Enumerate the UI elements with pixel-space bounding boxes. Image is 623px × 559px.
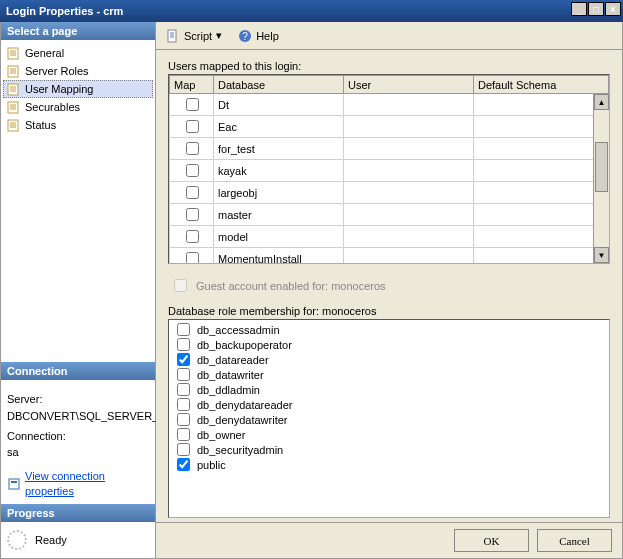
col-map[interactable]: Map — [170, 76, 214, 94]
map-checkbox[interactable] — [186, 230, 199, 243]
minimize-icon[interactable]: _ — [571, 2, 587, 16]
role-item[interactable]: public — [173, 457, 605, 472]
role-checkbox[interactable] — [177, 398, 190, 411]
map-checkbox[interactable] — [186, 142, 199, 155]
cell-schema — [474, 138, 609, 160]
role-label: db_ddladmin — [197, 384, 260, 396]
sidebar-item-securables[interactable]: Securables — [3, 98, 153, 116]
role-label: db_denydatawriter — [197, 414, 288, 426]
sidebar-item-status[interactable]: Status — [3, 116, 153, 134]
map-checkbox[interactable] — [186, 98, 199, 111]
cell-user — [344, 226, 474, 248]
map-checkbox[interactable] — [186, 164, 199, 177]
svg-text:?: ? — [242, 31, 248, 42]
server-label: Server: — [7, 392, 149, 406]
page-icon — [7, 100, 21, 114]
users-mapped-label: Users mapped to this login: — [168, 60, 610, 72]
guest-account-checkbox: Guest account enabled for: monoceros — [170, 276, 610, 295]
maximize-icon[interactable]: □ — [588, 2, 604, 16]
cell-schema — [474, 226, 609, 248]
cell-user — [344, 204, 474, 226]
role-checkbox[interactable] — [177, 368, 190, 381]
role-checkbox[interactable] — [177, 353, 190, 366]
col-database[interactable]: Database — [214, 76, 344, 94]
view-connection-properties-link[interactable]: View connection properties — [7, 469, 149, 498]
map-checkbox[interactable] — [186, 186, 199, 199]
role-item[interactable]: db_securityadmin — [173, 442, 605, 457]
role-checkbox[interactable] — [177, 383, 190, 396]
table-row[interactable]: model — [170, 226, 609, 248]
cell-database: Dt — [214, 94, 344, 116]
role-checkbox[interactable] — [177, 338, 190, 351]
role-checkbox[interactable] — [177, 323, 190, 336]
role-label: db_accessadmin — [197, 324, 280, 336]
page-icon — [7, 82, 21, 96]
role-item[interactable]: db_denydatareader — [173, 397, 605, 412]
close-icon[interactable]: × — [605, 2, 621, 16]
connection-value: sa — [7, 445, 149, 459]
scroll-down-icon[interactable]: ▼ — [594, 247, 609, 263]
grid-scrollbar[interactable]: ▲ ▼ — [593, 94, 609, 263]
cell-database: for_test — [214, 138, 344, 160]
cell-schema — [474, 204, 609, 226]
role-label: db_securityadmin — [197, 444, 283, 456]
role-label: public — [197, 459, 226, 471]
properties-icon — [7, 477, 21, 491]
cell-schema — [474, 182, 609, 204]
guest-checkbox-input — [174, 279, 187, 292]
table-row[interactable]: Dt — [170, 94, 609, 116]
role-item[interactable]: db_ddladmin — [173, 382, 605, 397]
cell-schema — [474, 248, 609, 265]
svg-rect-5 — [9, 479, 19, 489]
role-item[interactable]: db_datareader — [173, 352, 605, 367]
users-mapped-grid[interactable]: Map Database User Default Schema DtEacfo… — [168, 74, 610, 264]
map-checkbox[interactable] — [186, 208, 199, 221]
role-checkbox[interactable] — [177, 443, 190, 456]
server-value: DBCONVERT\SQL_SERVER_20 — [7, 409, 149, 423]
role-label: db_denydatareader — [197, 399, 292, 411]
cell-schema — [474, 116, 609, 138]
role-label: db_backupoperator — [197, 339, 292, 351]
roles-list[interactable]: db_accessadmindb_backupoperatordb_datare… — [168, 319, 610, 518]
role-checkbox[interactable] — [177, 458, 190, 471]
help-button[interactable]: ? Help — [234, 27, 283, 45]
titlebar: Login Properties - crm _ □ × — [0, 0, 623, 22]
table-row[interactable]: largeobj — [170, 182, 609, 204]
help-icon: ? — [238, 29, 252, 43]
cell-database: Eac — [214, 116, 344, 138]
table-row[interactable]: for_test — [170, 138, 609, 160]
cell-schema — [474, 160, 609, 182]
map-checkbox[interactable] — [186, 252, 199, 264]
connection-label: Connection: — [7, 429, 149, 443]
map-checkbox[interactable] — [186, 120, 199, 133]
role-item[interactable]: db_owner — [173, 427, 605, 442]
col-user[interactable]: User — [344, 76, 474, 94]
table-row[interactable]: Eac — [170, 116, 609, 138]
sidebar-item-general[interactable]: General — [3, 44, 153, 62]
role-item[interactable]: db_denydatawriter — [173, 412, 605, 427]
cell-database: kayak — [214, 160, 344, 182]
table-row[interactable]: MomentumInstall — [170, 248, 609, 265]
scroll-thumb[interactable] — [595, 142, 608, 192]
sidebar-item-server-roles[interactable]: Server Roles — [3, 62, 153, 80]
table-row[interactable]: master — [170, 204, 609, 226]
cell-user — [344, 138, 474, 160]
cancel-button[interactable]: Cancel — [537, 529, 612, 552]
cell-database: MomentumInstall — [214, 248, 344, 265]
role-checkbox[interactable] — [177, 413, 190, 426]
role-item[interactable]: db_datawriter — [173, 367, 605, 382]
progress-spinner-icon — [7, 530, 27, 550]
table-row[interactable]: kayak — [170, 160, 609, 182]
scroll-up-icon[interactable]: ▲ — [594, 94, 609, 110]
role-item[interactable]: db_accessadmin — [173, 322, 605, 337]
role-item[interactable]: db_backupoperator — [173, 337, 605, 352]
role-checkbox[interactable] — [177, 428, 190, 441]
sidebar-item-user-mapping[interactable]: User Mapping — [3, 80, 153, 98]
cell-database: model — [214, 226, 344, 248]
ok-button[interactable]: OK — [454, 529, 529, 552]
col-schema[interactable]: Default Schema — [474, 76, 609, 94]
script-button[interactable]: Script ▾ — [162, 27, 226, 45]
role-label: db_datawriter — [197, 369, 264, 381]
page-icon — [7, 118, 21, 132]
cell-database: master — [214, 204, 344, 226]
